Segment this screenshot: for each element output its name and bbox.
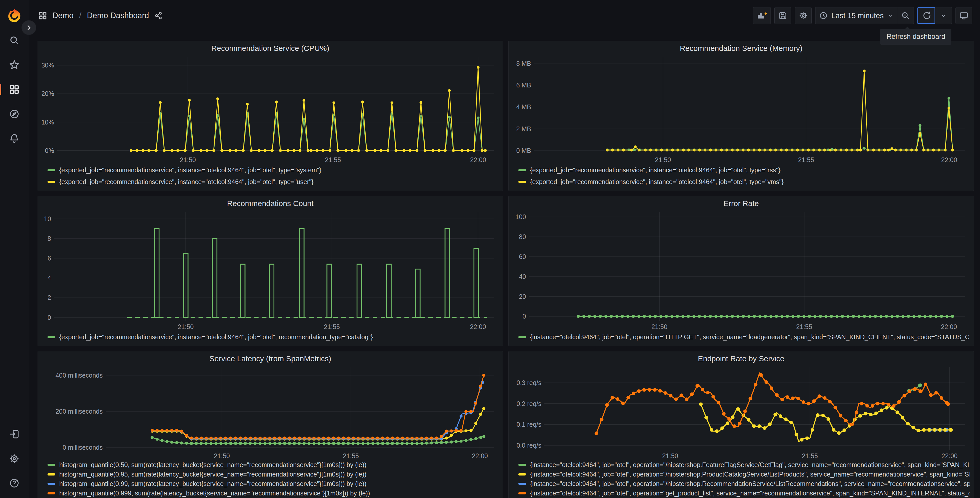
clock-icon	[819, 11, 828, 20]
svg-text:8: 8	[48, 235, 51, 242]
panel: Error Rate 02040608010021:5021:5522:00 {…	[508, 196, 974, 346]
svg-text:21:55: 21:55	[798, 156, 814, 163]
top-nav: Demo / Demo Dashboard	[29, 0, 980, 31]
svg-text:400 milliseconds: 400 milliseconds	[56, 372, 103, 379]
svg-text:6: 6	[48, 255, 51, 262]
chart-plot[interactable]: 02040608010021:5021:5522:00	[513, 209, 969, 331]
legend-label: {instance="otelcol:9464", job="otel", op…	[530, 461, 969, 469]
cycle-view-mode-button[interactable]	[956, 7, 972, 24]
sidebar-item-explore[interactable]	[0, 107, 29, 121]
zoom-out-button[interactable]	[897, 7, 914, 24]
sidebar-item-sign-in[interactable]	[0, 427, 29, 441]
expand-sidebar-button[interactable]	[22, 21, 36, 35]
svg-text:22:00: 22:00	[941, 323, 957, 330]
legend-label: {exported_job="recommendationservice", i…	[530, 166, 781, 174]
share-dashboard-button[interactable]	[154, 11, 163, 20]
legend-label: {instance="otelcol:9464", job="otel", op…	[530, 334, 969, 341]
panel-title[interactable]: Endpoint Rate by Service	[513, 353, 969, 364]
svg-text:10%: 10%	[42, 119, 54, 126]
legend-item[interactable]: {instance="otelcol:9464", job="otel", op…	[519, 460, 969, 469]
dashboards-icon	[38, 11, 47, 20]
sidebar-item-settings[interactable]	[0, 452, 29, 466]
panel: Recommendation Service (CPU%) 0%10%20%30…	[38, 41, 503, 191]
legend-item[interactable]: {exported_job="recommendationservice", i…	[519, 176, 969, 188]
legend-swatch	[48, 181, 55, 183]
refresh-tooltip: Refresh dashboard	[880, 29, 951, 45]
sidebar-item-starred[interactable]	[0, 58, 29, 72]
star-icon	[9, 59, 20, 70]
legend-item[interactable]: {instance="otelcol:9464", job="otel", op…	[519, 331, 969, 343]
legend-swatch	[48, 464, 55, 466]
chevron-down-icon	[887, 13, 893, 19]
chart-legend: {instance="otelcol:9464", job="otel", op…	[513, 460, 969, 498]
legend-item[interactable]: {exported_job="recommendationservice", i…	[48, 331, 499, 343]
sidebar-item-search[interactable]	[0, 33, 29, 48]
legend-swatch	[48, 492, 55, 495]
svg-text:4 MB: 4 MB	[516, 103, 531, 110]
panel-title[interactable]: Recommendation Service (CPU%)	[42, 43, 499, 54]
legend-item[interactable]: {exported_job="recommendationservice", i…	[48, 164, 499, 176]
panel-title[interactable]: Service Latency (from SpanMetrics)	[42, 353, 499, 364]
svg-text:20: 20	[519, 293, 526, 300]
chart-plot[interactable]: 0.0 req/s0.1 req/s0.2 req/s0.3 req/s21:5…	[513, 364, 969, 460]
chart-plot[interactable]: 0%10%20%30%21:5021:5522:00	[42, 54, 499, 164]
legend-item[interactable]: histogram_quantile(0.50, sum(rate(latenc…	[48, 460, 499, 469]
legend-swatch	[519, 473, 526, 476]
sidebar-top-nav	[0, 33, 29, 146]
zoom-out-icon	[901, 11, 910, 20]
svg-text:0: 0	[522, 313, 526, 320]
search-icon	[9, 35, 20, 46]
legend-label: {instance="otelcol:9464", job="otel", op…	[530, 490, 969, 497]
legend-item[interactable]: {instance="otelcol:9464", job="otel", op…	[519, 479, 969, 488]
refresh-button[interactable]	[917, 7, 935, 24]
chart-plot[interactable]: 0 MB2 MB4 MB6 MB8 MB21:5021:5522:00	[513, 54, 969, 164]
svg-text:21:55: 21:55	[325, 156, 341, 163]
chart-legend: {instance="otelcol:9464", job="otel", op…	[513, 331, 969, 343]
legend-item[interactable]: histogram_quantile(0.95, sum(rate(latenc…	[48, 469, 499, 479]
legend-item[interactable]: {exported_job="recommendationservice", i…	[48, 176, 499, 188]
chart-plot[interactable]: 0 milliseconds200 milliseconds400 millis…	[42, 364, 499, 460]
chart-plot[interactable]: 024681021:5021:5522:00	[42, 209, 499, 331]
legend-label: {exported_job="recommendationservice", i…	[59, 334, 373, 341]
svg-text:8 MB: 8 MB	[516, 60, 531, 67]
legend-label: {exported_job="recommendationservice", i…	[530, 178, 784, 185]
panel-title[interactable]: Error Rate	[513, 198, 969, 209]
svg-text:30%: 30%	[42, 62, 54, 69]
sidebar-item-alerting[interactable]	[0, 131, 29, 146]
legend-item[interactable]: histogram_quantile(0.99, sum(rate(latenc…	[48, 479, 499, 488]
svg-text:2 MB: 2 MB	[516, 125, 531, 132]
breadcrumb-section[interactable]: Demo	[52, 11, 73, 20]
add-panel-button[interactable]	[753, 7, 771, 24]
bell-icon	[9, 133, 20, 144]
compass-icon	[9, 109, 20, 120]
legend-label: {exported_job="recommendationservice", i…	[59, 178, 313, 185]
dashboard-settings-button[interactable]	[795, 7, 811, 24]
sidebar-item-dashboards[interactable]	[0, 82, 29, 97]
chart-legend: {exported_job="recommendationservice", i…	[513, 164, 969, 188]
panel-title[interactable]: Recommendations Count	[42, 198, 499, 209]
legend-item[interactable]: {instance="otelcol:9464", job="otel", op…	[519, 469, 969, 479]
breadcrumb: Demo / Demo Dashboard	[38, 11, 163, 20]
chart-legend: {exported_job="recommendationservice", i…	[42, 331, 499, 343]
save-dashboard-button[interactable]	[774, 7, 791, 24]
sidebar-item-help[interactable]	[0, 476, 29, 490]
refresh-interval-dropdown[interactable]	[935, 7, 952, 24]
time-range-picker[interactable]: Last 15 minutes	[815, 7, 897, 24]
svg-text:0.0 req/s: 0.0 req/s	[517, 442, 541, 449]
svg-text:21:55: 21:55	[324, 323, 340, 330]
svg-text:22:00: 22:00	[470, 156, 486, 163]
legend-item[interactable]: histogram_quantile(0.999, sum(rate(laten…	[48, 488, 499, 498]
svg-text:21:50: 21:50	[180, 156, 196, 163]
svg-text:21:50: 21:50	[214, 452, 230, 460]
legend-item[interactable]: {exported_job="recommendationservice", i…	[519, 164, 969, 176]
svg-text:0.2 req/s: 0.2 req/s	[517, 400, 541, 407]
panel: Endpoint Rate by Service 0.0 req/s0.1 re…	[508, 351, 974, 498]
legend-swatch	[519, 169, 526, 171]
legend-label: histogram_quantile(0.50, sum(rate(latenc…	[59, 461, 366, 469]
legend-item[interactable]: {instance="otelcol:9464", job="otel", op…	[519, 488, 969, 498]
panel: Recommendation Service (Memory) 0 MB2 MB…	[508, 41, 974, 191]
legend-swatch	[48, 473, 55, 476]
svg-text:22:00: 22:00	[470, 323, 486, 330]
gear-icon	[799, 11, 808, 20]
svg-text:21:55: 21:55	[802, 452, 818, 460]
